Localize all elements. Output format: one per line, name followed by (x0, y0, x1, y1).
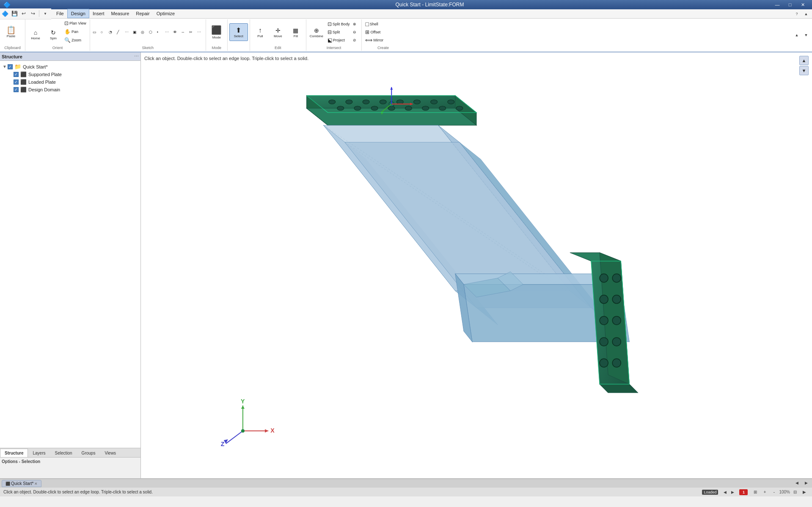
intersect-btn1[interactable]: ⊗ (352, 20, 360, 28)
spin-button[interactable]: Spin (45, 25, 62, 43)
offset-button[interactable]: Offset (363, 28, 385, 36)
tab-quick-start[interactable]: ⬛ Quick Start* ✕ (2, 480, 41, 487)
ribbon-collapse-btn[interactable]: ▲ (802, 10, 810, 18)
pull-button[interactable]: Pull (252, 23, 269, 41)
sketch-more-btn1[interactable]: ⋯ (124, 28, 132, 36)
svg-marker-4 (306, 108, 476, 125)
sketch-dim-btn[interactable]: ↔ (180, 28, 188, 36)
sketch-trim-btn[interactable]: ✂ (188, 28, 196, 36)
intersect-btn3[interactable]: ⊘ (352, 36, 360, 44)
move-button[interactable]: Move (270, 23, 286, 41)
fill-button[interactable]: Fill (287, 23, 304, 41)
sidebar: Structure ⋯ ▼ ✓ 📁 Quick Start* ✓ ⬛ Suppo… (0, 52, 141, 478)
mirror-button[interactable]: Mirror (363, 36, 385, 44)
tree-item-loaded-plate[interactable]: ✓ ⬛ Loaded Plate (2, 78, 139, 86)
svg-point-60 (612, 337, 621, 346)
bottom-tabs: ⬛ Quick Start* ✕ ◀ ▶ (0, 479, 812, 487)
plan-view-button[interactable]: Plan View (63, 19, 88, 27)
sketch-point-btn[interactable]: • (156, 28, 164, 36)
redo-quick-btn[interactable]: ↪ (29, 9, 37, 18)
ribbon-up-btn[interactable]: ▲ (793, 31, 801, 39)
zoom-out-btn[interactable]: - (770, 488, 778, 496)
tree-item-design-domain[interactable]: ✓ ⬛ Design Domain (2, 86, 139, 93)
tree-checkbox-1[interactable]: ✓ (14, 72, 19, 77)
svg-point-59 (612, 316, 621, 325)
menu-insert[interactable]: Insert (89, 9, 108, 18)
svg-point-15 (371, 106, 378, 110)
zoom-fit-btn[interactable]: ⊞ (751, 488, 760, 496)
structure-panel: Structure ⋯ ▼ ✓ 📁 Quick Start* ✓ ⬛ Suppo… (0, 52, 140, 448)
home-button[interactable]: Home (27, 25, 44, 43)
nav-left-btn[interactable]: ◀ (721, 489, 728, 496)
undo-quick-btn[interactable]: ↩ (19, 9, 28, 18)
sketch-more-btn3[interactable]: ⋯ (196, 28, 204, 36)
menu-file[interactable]: File (53, 9, 67, 18)
sketch-polygon-btn[interactable]: ⬡ (148, 28, 156, 36)
pan-button[interactable]: Pan (63, 28, 88, 36)
zoom-button[interactable]: Zoom (63, 36, 88, 44)
sketch-ellipse-btn[interactable]: ◎ (140, 28, 148, 36)
cube-icon-3: ⬛ (20, 87, 27, 93)
sketch-arc-btn[interactable]: ◔ (108, 28, 116, 36)
structure-options-btn[interactable]: ⋯ (134, 54, 139, 59)
move-icon (275, 26, 281, 34)
svg-point-56 (600, 359, 608, 367)
help-btn[interactable]: ? (793, 10, 801, 18)
menu-optimize[interactable]: Optimize (153, 9, 178, 18)
project-button[interactable]: Project (326, 36, 352, 44)
sidebar-tab-layers[interactable]: Layers (28, 449, 50, 457)
mode-button[interactable]: ⬛ Mode (208, 23, 226, 41)
sketch-more-btn2[interactable]: ⋯ (164, 28, 172, 36)
svg-point-12 (448, 100, 454, 104)
tab-next-btn[interactable]: ▶ (802, 479, 810, 487)
combine-button[interactable]: Combine (308, 23, 325, 41)
nav-right-btn[interactable]: ▶ (729, 489, 736, 496)
ribbon-down-btn[interactable]: ▼ (802, 31, 810, 39)
paste-button[interactable]: 📋 Paste (2, 23, 20, 41)
menu-design[interactable]: Design (67, 9, 89, 18)
sidebar-tab-structure[interactable]: Structure (0, 449, 28, 457)
tab-prev-btn[interactable]: ◀ (793, 479, 801, 487)
sidebar-tab-groups[interactable]: Groups (77, 449, 100, 457)
svg-point-11 (431, 100, 438, 104)
svg-point-61 (612, 359, 621, 367)
sketch-eye-btn[interactable]: 👁 (172, 28, 180, 36)
vp-up-btn[interactable]: ▲ (799, 56, 809, 65)
intersect-btn2[interactable]: ⊖ (352, 28, 360, 36)
view-grid-btn[interactable]: ⊟ (791, 488, 799, 496)
tree-label: Loaded Plate (28, 79, 138, 85)
sketch-line-btn[interactable]: ╱ (116, 28, 124, 36)
fill-icon (293, 26, 298, 34)
sidebar-tab-views[interactable]: Views (100, 449, 121, 457)
qa-dropdown[interactable]: ▼ (41, 9, 50, 18)
sketch-rect-btn[interactable]: ▭ (92, 28, 99, 36)
close-button[interactable]: ✕ (797, 1, 809, 8)
sketch-circle-btn[interactable]: ○ (100, 28, 107, 36)
select-button[interactable]: Select (229, 23, 248, 41)
tree-checkbox-root[interactable]: ✓ (8, 64, 13, 69)
tree-checkbox-2[interactable]: ✓ (14, 79, 19, 85)
zoom-in-btn[interactable]: + (760, 488, 769, 496)
vp-down-btn[interactable]: ▼ (799, 66, 809, 75)
tab-close-icon[interactable]: ✕ (34, 482, 38, 486)
ribbon-group-edit: Pull Move Fill Edit (250, 19, 306, 51)
tree-checkbox-3[interactable]: ✓ (14, 87, 19, 92)
tree-item-quick-start[interactable]: ▼ ✓ 📁 Quick Start* (2, 63, 139, 71)
svg-point-6 (346, 100, 352, 104)
split-body-button[interactable]: Split Body (326, 20, 352, 28)
tree-item-supported-plate[interactable]: ✓ ⬛ Supported Plate (2, 71, 139, 78)
shell-button[interactable]: Shell (363, 20, 385, 28)
menu-repair[interactable]: Repair (132, 9, 153, 18)
split-button[interactable]: Split (326, 28, 352, 36)
maximize-button[interactable]: □ (784, 1, 796, 8)
minimize-button[interactable]: — (771, 1, 783, 8)
sidebar-tab-selection[interactable]: Selection (50, 449, 77, 457)
svg-point-58 (612, 295, 621, 304)
viewport[interactable]: Click an object. Double-click to select … (141, 52, 812, 478)
pull-icon (259, 26, 262, 34)
sketch-rect2-btn[interactable]: ▣ (132, 28, 140, 36)
view-more-btn[interactable]: ▶ (800, 488, 809, 496)
menu-measure[interactable]: Measure (108, 9, 133, 18)
save-quick-btn[interactable]: 💾 (10, 9, 19, 18)
3d-scene[interactable]: Z Y X (141, 52, 812, 478)
